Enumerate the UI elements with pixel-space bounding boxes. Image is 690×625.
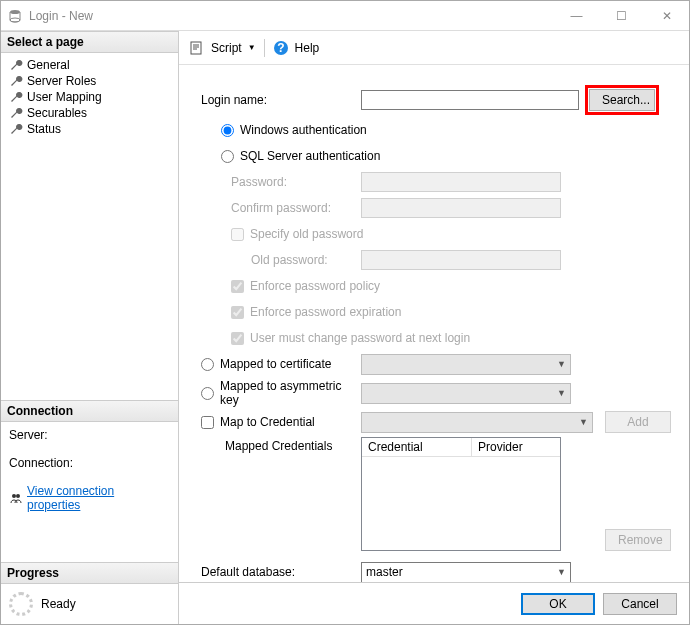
app-icon bbox=[7, 8, 23, 24]
svg-point-2 bbox=[12, 494, 16, 498]
add-button: Add bbox=[605, 411, 671, 433]
svg-text:?: ? bbox=[277, 41, 284, 55]
search-button[interactable]: Search... bbox=[589, 89, 655, 111]
script-button[interactable]: Script bbox=[211, 41, 242, 55]
sql-auth-label: SQL Server authentication bbox=[240, 149, 380, 163]
cancel-button[interactable]: Cancel bbox=[603, 593, 677, 615]
wrench-icon bbox=[9, 90, 23, 104]
wrench-icon bbox=[9, 58, 23, 72]
remove-button: Remove bbox=[605, 529, 671, 551]
progress-header: Progress bbox=[1, 562, 178, 584]
default-database-label: Default database: bbox=[201, 565, 361, 579]
page-list: General Server Roles User Mapping Secura… bbox=[1, 53, 178, 141]
old-password-input bbox=[361, 250, 561, 270]
page-server-roles[interactable]: Server Roles bbox=[5, 73, 174, 89]
login-name-input[interactable] bbox=[361, 90, 579, 110]
windows-auth-radio[interactable] bbox=[221, 124, 234, 137]
help-button[interactable]: Help bbox=[295, 41, 320, 55]
connection-label: Connection: bbox=[9, 456, 170, 470]
specify-old-password-checkbox bbox=[231, 228, 244, 241]
svg-rect-4 bbox=[191, 42, 201, 54]
wrench-icon bbox=[9, 74, 23, 88]
mapped-credentials-grid[interactable]: Credential Provider bbox=[361, 437, 561, 551]
dropdown-arrow-icon[interactable]: ▼ bbox=[248, 43, 256, 52]
progress-spinner-icon bbox=[9, 592, 33, 616]
enforce-expiration-label: Enforce password expiration bbox=[250, 305, 401, 319]
wrench-icon bbox=[9, 106, 23, 120]
svg-point-1 bbox=[10, 18, 20, 22]
map-to-credential-label: Map to Credential bbox=[220, 415, 315, 429]
confirm-password-label: Confirm password: bbox=[201, 201, 361, 215]
page-securables[interactable]: Securables bbox=[5, 105, 174, 121]
enforce-policy-label: Enforce password policy bbox=[250, 279, 380, 293]
page-user-mapping[interactable]: User Mapping bbox=[5, 89, 174, 105]
enforce-policy-checkbox bbox=[231, 280, 244, 293]
must-change-password-label: User must change password at next login bbox=[250, 331, 470, 345]
titlebar: Login - New — ☐ ✕ bbox=[1, 1, 689, 31]
enforce-expiration-checkbox bbox=[231, 306, 244, 319]
certificate-combo: ▼ bbox=[361, 354, 571, 375]
windows-auth-label: Windows authentication bbox=[240, 123, 367, 137]
col-provider: Provider bbox=[472, 438, 558, 456]
svg-point-0 bbox=[10, 10, 20, 14]
server-label: Server: bbox=[9, 428, 170, 442]
users-icon bbox=[9, 491, 23, 505]
col-credential: Credential bbox=[362, 438, 472, 456]
minimize-button[interactable]: — bbox=[554, 1, 599, 30]
must-change-password-checkbox bbox=[231, 332, 244, 345]
password-label: Password: bbox=[201, 175, 361, 189]
mapped-asymmetric-key-radio[interactable] bbox=[201, 387, 214, 400]
mapped-certificate-label: Mapped to certificate bbox=[220, 357, 331, 371]
credential-combo[interactable]: ▼ bbox=[361, 412, 593, 433]
mapped-asymmetric-key-label: Mapped to asymmetric key bbox=[220, 379, 361, 407]
view-connection-properties-link[interactable]: View connection properties bbox=[27, 484, 170, 512]
progress-status: Ready bbox=[41, 597, 76, 611]
specify-old-password-label: Specify old password bbox=[250, 227, 363, 241]
window-title: Login - New bbox=[29, 9, 554, 23]
close-button[interactable]: ✕ bbox=[644, 1, 689, 30]
svg-point-3 bbox=[16, 494, 20, 498]
login-name-label: Login name: bbox=[201, 93, 361, 107]
dialog-footer: OK Cancel bbox=[179, 582, 689, 624]
maximize-button[interactable]: ☐ bbox=[599, 1, 644, 30]
connection-header: Connection bbox=[1, 400, 178, 422]
asymmetric-key-combo: ▼ bbox=[361, 383, 571, 404]
old-password-label: Old password: bbox=[201, 253, 361, 267]
password-input bbox=[361, 172, 561, 192]
toolbar: Script ▼ ? Help bbox=[179, 31, 689, 65]
sql-auth-radio[interactable] bbox=[221, 150, 234, 163]
mapped-credentials-label: Mapped Credentials bbox=[201, 437, 361, 453]
script-icon bbox=[189, 40, 205, 56]
select-page-header: Select a page bbox=[1, 31, 178, 53]
confirm-password-input bbox=[361, 198, 561, 218]
mapped-certificate-radio[interactable] bbox=[201, 358, 214, 371]
ok-button[interactable]: OK bbox=[521, 593, 595, 615]
default-database-combo[interactable]: master▼ bbox=[361, 562, 571, 583]
search-button-highlight: Search... bbox=[585, 85, 659, 115]
page-general[interactable]: General bbox=[5, 57, 174, 73]
map-to-credential-checkbox[interactable] bbox=[201, 416, 214, 429]
wrench-icon bbox=[9, 122, 23, 136]
page-status[interactable]: Status bbox=[5, 121, 174, 137]
help-icon: ? bbox=[273, 40, 289, 56]
left-panel: Select a page General Server Roles User … bbox=[1, 31, 179, 624]
